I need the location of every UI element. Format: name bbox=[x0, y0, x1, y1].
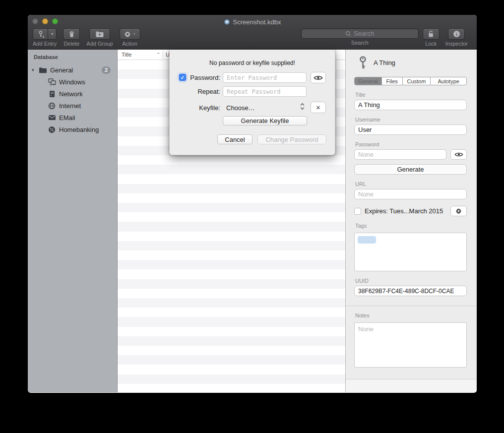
password-input[interactable] bbox=[223, 72, 307, 83]
reveal-password-button[interactable] bbox=[450, 149, 467, 160]
tab-autotype[interactable]: Autotype bbox=[430, 77, 466, 85]
action-button[interactable]: ˅ bbox=[120, 28, 140, 40]
folder-icon bbox=[39, 66, 47, 74]
generate-password-button[interactable]: Generate bbox=[354, 164, 467, 175]
change-password-sheet: No password or keyfile supplied! ✓ Passw… bbox=[169, 50, 335, 155]
delete-item: Delete bbox=[63, 28, 80, 50]
sidebar-item-email[interactable]: EMail bbox=[28, 112, 117, 124]
expires-checkbox[interactable] bbox=[354, 208, 361, 215]
sheet-message: No password or keyfile supplied! bbox=[170, 60, 335, 66]
tags-field[interactable] bbox=[354, 233, 467, 271]
chevron-down-icon: ▾ bbox=[51, 32, 53, 36]
gear-icon bbox=[455, 208, 462, 214]
titlebar[interactable]: Screenshot.kdbx bbox=[28, 15, 477, 28]
url-label: URL bbox=[355, 181, 467, 187]
add-entry-dropdown[interactable]: ▾ bbox=[48, 28, 57, 40]
change-password-button[interactable]: Change Password bbox=[257, 134, 326, 144]
sidebar-item-label: EMail bbox=[59, 114, 75, 122]
unlock-icon bbox=[428, 30, 434, 38]
lock-button[interactable] bbox=[423, 28, 440, 40]
sidebar: Database ▾ General 2 Windows Network bbox=[28, 50, 118, 392]
tags-label: Tags bbox=[355, 223, 467, 229]
sidebar-item-windows[interactable]: Windows bbox=[28, 76, 117, 88]
inspector-tabs: General Files Custom Autotype bbox=[354, 77, 467, 85]
keyfile-label: Keyfile: bbox=[188, 104, 220, 112]
envelope-icon bbox=[48, 114, 56, 122]
cancel-button[interactable]: Cancel bbox=[217, 134, 252, 144]
repeat-label: Repeat: bbox=[188, 88, 220, 95]
delete-label: Delete bbox=[63, 41, 79, 47]
search-placeholder: Search bbox=[354, 30, 374, 37]
tab-custom[interactable]: Custom bbox=[402, 77, 431, 85]
globe-icon bbox=[48, 102, 56, 110]
uuid-label: UUID bbox=[355, 278, 467, 284]
info-icon: i bbox=[453, 30, 460, 38]
column-header-title[interactable]: Title ⌃ bbox=[118, 50, 163, 60]
title-label: Title bbox=[355, 92, 467, 98]
lock-item: Lock bbox=[423, 28, 440, 47]
sidebar-item-label: Internet bbox=[59, 102, 81, 110]
entry-title: A Thing bbox=[374, 59, 395, 66]
chevron-down-icon: ˅ bbox=[133, 32, 135, 36]
disclosure-triangle-icon[interactable]: ▾ bbox=[32, 67, 39, 72]
close-icon: × bbox=[316, 103, 320, 112]
window-title: Screenshot.kdbx bbox=[233, 18, 281, 26]
tab-files[interactable]: Files bbox=[381, 77, 402, 85]
sidebar-group-general[interactable]: ▾ General 2 bbox=[28, 64, 117, 76]
password-field[interactable] bbox=[354, 149, 446, 160]
search-input[interactable]: Search bbox=[301, 28, 419, 39]
uuid-field[interactable]: 38F629B7-FC4E-489C-8DCF-0CAE bbox=[354, 286, 467, 296]
eye-icon bbox=[454, 152, 463, 157]
delete-button[interactable] bbox=[63, 28, 80, 40]
url-field[interactable] bbox=[354, 189, 467, 199]
repeat-input[interactable] bbox=[223, 86, 307, 97]
add-entry-button[interactable] bbox=[33, 28, 48, 40]
key-icon bbox=[359, 56, 367, 69]
trash-icon bbox=[68, 30, 75, 38]
inspector-panel: A Thing General Files Custom Autotype Ti… bbox=[345, 50, 477, 392]
notes-field[interactable] bbox=[354, 322, 467, 368]
username-field[interactable] bbox=[354, 124, 467, 135]
tag-token[interactable] bbox=[358, 236, 376, 244]
divider bbox=[346, 306, 477, 306]
title-field[interactable] bbox=[354, 100, 467, 110]
entry-count-badge: 2 bbox=[102, 66, 111, 74]
inspector-button[interactable]: i bbox=[448, 28, 465, 40]
generate-keyfile-button[interactable]: Generate Keyfile bbox=[223, 116, 307, 125]
windows-icon bbox=[48, 78, 56, 86]
sidebar-header: Database bbox=[28, 54, 117, 60]
add-group-item: Add Group bbox=[86, 28, 113, 50]
stepper-icon[interactable] bbox=[300, 103, 305, 110]
tab-general[interactable]: General bbox=[355, 77, 381, 85]
window-chrome: Screenshot.kdbx ▾ Add Entry bbox=[28, 15, 477, 50]
sidebar-item-internet[interactable]: Internet bbox=[28, 100, 117, 112]
keyfile-popup[interactable]: Choose… bbox=[226, 104, 255, 112]
column-header-username[interactable]: U bbox=[163, 52, 170, 58]
lock-label: Lock bbox=[425, 41, 437, 47]
search-label: Search bbox=[351, 40, 369, 46]
expiry-options-button[interactable] bbox=[450, 206, 467, 216]
search-icon bbox=[345, 31, 351, 37]
gear-icon bbox=[124, 31, 131, 38]
search-item: Search Search bbox=[301, 28, 419, 46]
password-checkbox[interactable]: ✓ bbox=[179, 74, 186, 81]
percent-icon bbox=[48, 125, 56, 134]
sidebar-item-network[interactable]: Network bbox=[28, 88, 117, 100]
sidebar-item-homebanking[interactable]: Homebanking bbox=[28, 124, 117, 135]
reveal-password-button[interactable] bbox=[311, 72, 326, 83]
app-window: Screenshot.kdbx ▾ Add Entry bbox=[28, 15, 477, 393]
folder-plus-icon bbox=[95, 31, 104, 38]
network-icon bbox=[48, 90, 56, 98]
username-label: Username bbox=[355, 117, 467, 123]
clear-keyfile-button[interactable]: × bbox=[311, 102, 326, 113]
sidebar-group-label: General bbox=[50, 66, 73, 74]
password-label: Password bbox=[355, 141, 467, 147]
inspector-footer bbox=[346, 379, 477, 392]
add-group-label: Add Group bbox=[86, 41, 113, 47]
toolbar: ▾ Add Entry Delete A bbox=[28, 28, 477, 50]
sidebar-item-label: Homebanking bbox=[59, 126, 99, 133]
inspector-label: Inspector bbox=[445, 41, 468, 47]
document-proxy-icon[interactable] bbox=[224, 19, 230, 25]
add-group-button[interactable] bbox=[89, 28, 110, 40]
notes-label: Notes bbox=[355, 312, 467, 318]
